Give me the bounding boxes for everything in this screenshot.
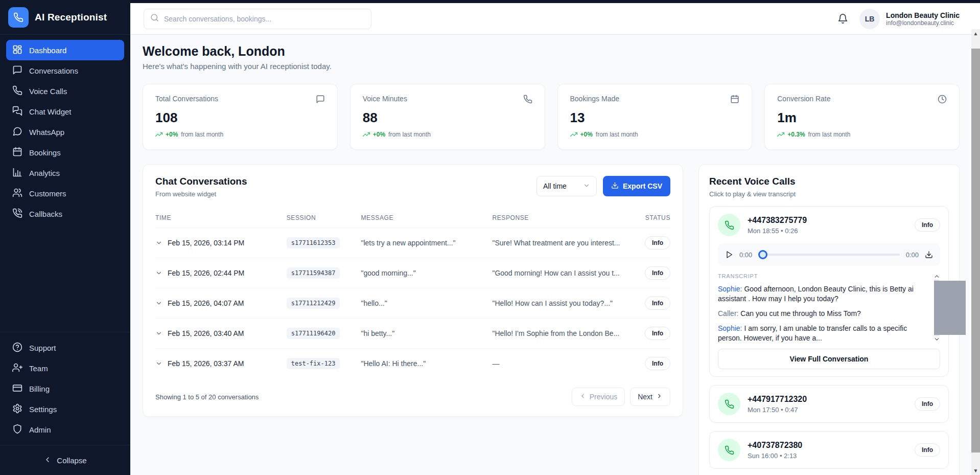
export-csv-label: Export CSV bbox=[623, 182, 662, 190]
message-icon bbox=[316, 95, 325, 106]
info-button[interactable]: Info bbox=[645, 266, 670, 280]
chevron-down-icon[interactable] bbox=[155, 269, 162, 277]
total-time: 0:00 bbox=[906, 251, 919, 259]
scrollbar-down-arrow[interactable]: ▼ bbox=[973, 466, 978, 475]
sidebar-item-chat-widget[interactable]: Chat Widget bbox=[6, 101, 124, 122]
sidebar-item-bookings[interactable]: Bookings bbox=[6, 142, 124, 163]
sidebar-item-label: Dashboard bbox=[29, 46, 66, 55]
scrollbar-track[interactable] bbox=[934, 280, 939, 336]
sidebar-item-billing[interactable]: Billing bbox=[6, 378, 124, 399]
seek-slider[interactable] bbox=[758, 250, 899, 259]
voice-call-card-expanded[interactable]: +447383275779 Mon 18:55 • 0:26 Info 0:00 bbox=[709, 206, 949, 377]
sidebar-item-callbacks[interactable]: Callbacks bbox=[6, 203, 124, 224]
next-button[interactable]: Next bbox=[630, 388, 670, 406]
row-message: "lets try a new appointment..." bbox=[361, 228, 492, 258]
notifications-bell-icon[interactable] bbox=[837, 13, 848, 24]
table-row[interactable]: Feb 15, 2026, 04:07 AM s17711212429 "hel… bbox=[155, 288, 670, 319]
transcript-text: Good afternoon, London Beauty Clinic, th… bbox=[718, 285, 914, 303]
info-button[interactable]: Info bbox=[915, 218, 940, 232]
stat-label: Bookings Made bbox=[570, 95, 620, 103]
column-header-time: TIME bbox=[155, 209, 287, 228]
main-area: LB London Beauty Clinic info@londonbeaut… bbox=[130, 0, 980, 475]
transcript-text: I am sorry, I am unable to transfer call… bbox=[718, 324, 907, 342]
chevron-down-icon[interactable] bbox=[155, 360, 162, 367]
time-filter-select[interactable]: All time bbox=[536, 176, 597, 196]
sidebar-item-whatsapp[interactable]: WhatsApp bbox=[6, 122, 124, 142]
transcript-scrollbar[interactable] bbox=[933, 273, 940, 343]
chevron-down-icon[interactable] bbox=[155, 330, 162, 337]
stat-trend-text: from last month bbox=[181, 131, 223, 138]
chat-panel-title: Chat Conversations bbox=[155, 176, 247, 187]
user-menu[interactable]: LB London Beauty Clinic info@londonbeaut… bbox=[859, 9, 960, 29]
sidebar-item-customers[interactable]: Customers bbox=[6, 183, 124, 203]
window-scrollbar[interactable]: ▲ ▼ bbox=[971, 29, 980, 475]
scrollbar-thumb[interactable] bbox=[971, 49, 980, 453]
whatsapp-icon bbox=[12, 126, 22, 138]
scrollbar-up-arrow[interactable]: ▲ bbox=[973, 29, 978, 38]
previous-button[interactable]: Previous bbox=[572, 388, 625, 406]
row-time: Feb 15, 2026, 03:14 PM bbox=[168, 239, 244, 247]
page-subtitle: Here's what's happening with your AI rec… bbox=[143, 62, 960, 71]
sidebar-item-voice-calls[interactable]: Voice Calls bbox=[6, 81, 124, 101]
sidebar-item-label: Callbacks bbox=[29, 210, 62, 218]
play-icon[interactable] bbox=[725, 251, 733, 259]
sidebar-item-support[interactable]: Support bbox=[6, 337, 124, 358]
chevron-left-icon bbox=[43, 456, 52, 465]
export-csv-button[interactable]: Export CSV bbox=[603, 176, 670, 196]
table-row[interactable]: Feb 15, 2026, 03:14 PM s17711612353 "let… bbox=[155, 228, 670, 258]
table-row[interactable]: Feb 15, 2026, 02:44 PM s17711594387 "goo… bbox=[155, 258, 670, 288]
transcript-line: Sophie: Good afternoon, London Beauty Cl… bbox=[718, 284, 929, 304]
pagination-summary: Showing 1 to 5 of 20 conversations bbox=[155, 393, 259, 401]
stats-row: Total Conversations 108 +0% from last mo… bbox=[143, 84, 960, 150]
chat-conversations-panel: Chat Conversations From website widget A… bbox=[143, 164, 683, 417]
sidebar-item-analytics[interactable]: Analytics bbox=[6, 163, 124, 183]
sidebar-item-conversations[interactable]: Conversations bbox=[6, 60, 124, 81]
conversations-table: TIME SESSION MESSAGE RESPONSE STATUS Feb… bbox=[155, 209, 670, 378]
row-response: — bbox=[492, 349, 645, 379]
table-row[interactable]: Feb 15, 2026, 03:40 AM s17711196420 "hi … bbox=[155, 319, 670, 349]
info-button[interactable]: Info bbox=[645, 327, 670, 340]
download-icon bbox=[611, 182, 619, 191]
info-button[interactable]: Info bbox=[915, 397, 940, 411]
sidebar-item-team[interactable]: Team bbox=[6, 358, 124, 378]
scrollbar-thumb[interactable] bbox=[934, 281, 966, 335]
column-header-session: SESSION bbox=[287, 209, 361, 228]
search-icon bbox=[150, 13, 159, 24]
phone-call-icon bbox=[718, 393, 740, 415]
stat-label: Total Conversations bbox=[155, 95, 218, 103]
chevron-down-icon[interactable] bbox=[155, 239, 162, 246]
collapse-button[interactable]: Collapse bbox=[6, 450, 124, 470]
column-header-response: RESPONSE bbox=[492, 209, 645, 228]
view-full-conversation-button[interactable]: View Full Conversation bbox=[718, 349, 940, 369]
info-button[interactable]: Info bbox=[645, 297, 670, 310]
session-badge: s17711196420 bbox=[287, 328, 340, 339]
chevron-down-icon[interactable] bbox=[934, 336, 940, 343]
stat-card-total-conversations: Total Conversations 108 +0% from last mo… bbox=[143, 84, 338, 150]
sidebar-item-admin[interactable]: Admin bbox=[6, 419, 124, 440]
voice-call-card[interactable]: +40737872380 Sun 16:00 • 2:13 Info bbox=[709, 431, 949, 469]
sidebar-item-label: WhatsApp bbox=[29, 128, 64, 137]
chevron-right-icon bbox=[656, 393, 663, 401]
slider-track bbox=[758, 254, 899, 256]
chat-panel-subtitle: From website widget bbox=[155, 190, 247, 198]
download-icon[interactable] bbox=[925, 251, 933, 259]
topbar-right: LB London Beauty Clinic info@londonbeaut… bbox=[837, 9, 967, 29]
current-time: 0:00 bbox=[739, 251, 752, 259]
row-message: "Hello AI: Hi there..." bbox=[361, 349, 492, 379]
voice-call-card[interactable]: +447917712320 Mon 17:50 • 0:47 Info bbox=[709, 385, 949, 423]
info-button[interactable]: Info bbox=[645, 236, 670, 250]
slider-thumb[interactable] bbox=[758, 250, 767, 259]
search-input[interactable] bbox=[164, 15, 365, 23]
sidebar-item-label: Analytics bbox=[29, 169, 60, 177]
phone-logo-icon bbox=[8, 7, 29, 28]
table-row[interactable]: Feb 15, 2026, 03:37 AM test-fix-123 "Hel… bbox=[155, 349, 670, 379]
info-button[interactable]: Info bbox=[915, 443, 940, 457]
info-button[interactable]: Info bbox=[645, 357, 670, 370]
sidebar-item-settings[interactable]: Settings bbox=[6, 399, 124, 419]
chevron-down-icon[interactable] bbox=[155, 300, 162, 307]
session-badge: s17711594387 bbox=[287, 267, 340, 279]
chevron-up-icon[interactable] bbox=[934, 273, 940, 280]
stat-trend-pct: +0.3% bbox=[787, 131, 805, 138]
search-box[interactable] bbox=[144, 9, 371, 29]
sidebar-item-dashboard[interactable]: Dashboard bbox=[6, 40, 124, 60]
